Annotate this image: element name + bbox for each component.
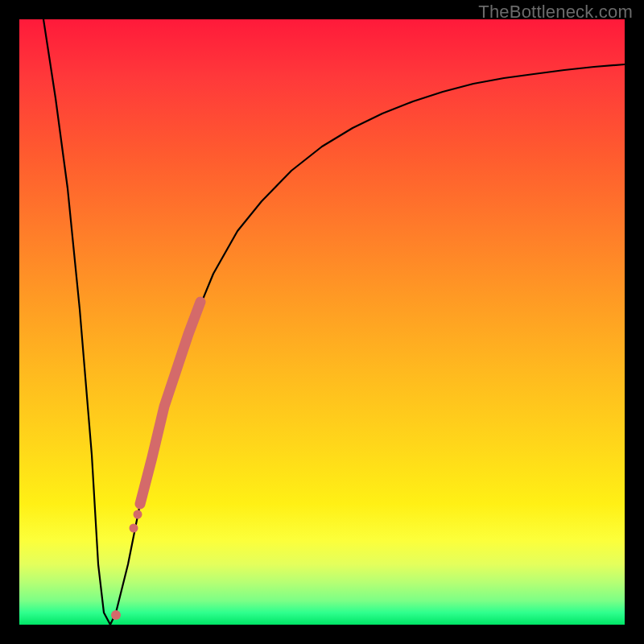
plot-area xyxy=(19,19,625,625)
curve-marker-thick xyxy=(140,302,200,504)
curve-marker-dot-1 xyxy=(130,524,138,533)
curve-marker-dot-2 xyxy=(134,510,142,519)
chart-frame: TheBottleneck.com xyxy=(0,0,644,644)
curve-marker-dot-3 xyxy=(111,610,121,620)
watermark-text: TheBottleneck.com xyxy=(478,2,633,23)
curve-path xyxy=(43,19,625,625)
bottleneck-curve xyxy=(19,19,625,625)
